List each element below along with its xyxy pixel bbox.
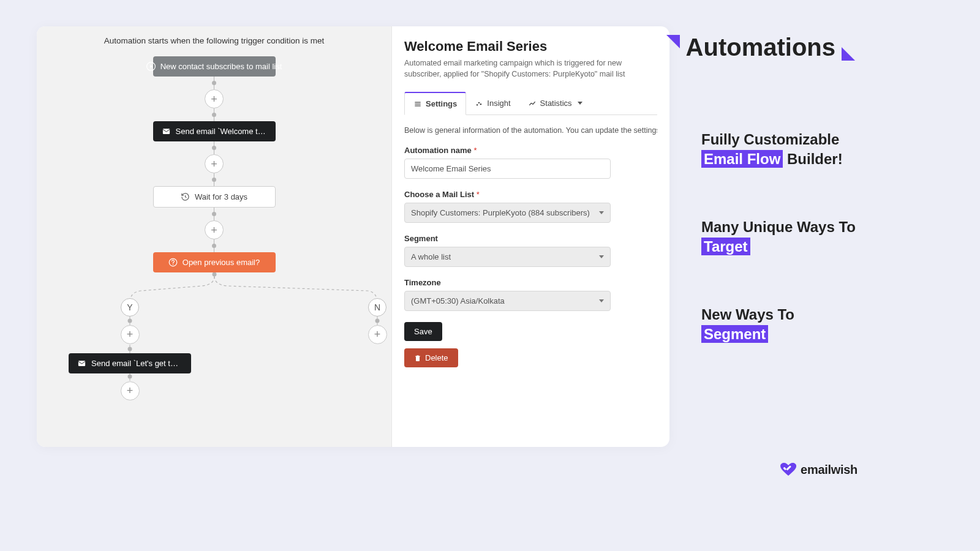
envelope-icon [77,359,86,368]
chevron-down-icon [578,102,582,105]
svg-point-8 [128,347,132,351]
label-mail-list: Choose a Mail List * [404,190,657,199]
chevron-down-icon [599,211,604,214]
logo-mark-icon [780,462,797,478]
svg-point-10 [128,375,132,379]
branch-yes[interactable]: Y [121,298,139,317]
triangle-icon [666,35,680,48]
svg-point-4 [213,272,217,277]
svg-point-12 [375,319,380,323]
trash-icon [414,354,421,362]
label-automation-name: Automation name * [404,146,657,155]
automation-description: Automated email marketing campaign which… [404,58,657,80]
flow-header: Automation starts when the following tri… [37,34,391,56]
svg-point-17 [477,104,478,105]
send-email-node[interactable]: Send email `Let's get the ship sail... [69,353,191,373]
svg-point-3 [173,264,174,265]
branch-container: Y + Send email `Let's get the ship sail.… [37,272,391,419]
svg-rect-1 [162,129,169,134]
chevron-down-icon [599,299,604,302]
timezone-select[interactable]: (GMT+05:30) Asia/Kolkata [404,291,611,311]
app-window: Automation starts when the following tri… [37,26,669,447]
tab-insight[interactable]: Insight [466,92,519,114]
settings-info: Below is general information of the auto… [404,126,657,135]
svg-point-19 [480,103,481,105]
tabs: Settings Insight Statistics [404,92,657,115]
condition-node[interactable]: Open previous email? [153,252,276,272]
add-step-button[interactable]: + [205,89,224,108]
segment-select[interactable]: A whole list [404,247,611,267]
flow-column: New contact subscribes to mail list + Se… [37,56,391,419]
play-circle-icon [146,62,156,71]
scatter-icon [475,99,483,108]
feature-item: New Ways To Segment [701,305,910,345]
menu-icon [413,100,422,108]
feature-item: Many Unique Ways To Target [701,217,910,257]
svg-rect-13 [78,361,85,366]
automation-title: Welcome Email Series [404,39,657,54]
tab-settings[interactable]: Settings [404,92,466,115]
feature-list: Fuilly Customizable Email Flow Builder! … [701,130,910,392]
label-segment: Segment [404,234,657,243]
send-email-node[interactable]: Send email `Welcome to club, {S... [153,121,276,141]
trigger-node[interactable]: New contact subscribes to mail list [153,56,276,77]
label-timezone: Timezone [404,278,657,287]
flow-builder-panel: Automation starts when the following tri… [37,26,392,447]
settings-panel: Welcome Email Series Automated email mar… [392,26,669,447]
add-step-button[interactable]: + [121,325,140,344]
triangle-icon [842,47,855,61]
mail-list-select[interactable]: Shopify Customers: PurpleKyoto (884 subs… [404,203,611,223]
add-step-button[interactable]: + [205,154,224,173]
automation-name-input[interactable] [404,159,611,179]
wait-node[interactable]: Wait for 3 days [153,186,276,208]
brand-logo: emailwish [780,462,858,478]
save-button[interactable]: Save [404,322,442,341]
chevron-down-icon [599,255,604,258]
feature-item: Fuilly Customizable Email Flow Builder! [701,130,910,170]
headline-text: Automations [686,34,835,61]
svg-point-6 [128,319,132,323]
add-step-button[interactable]: + [121,381,140,400]
add-step-button[interactable]: + [205,220,224,239]
delete-button[interactable]: Delete [404,348,458,367]
branch-lines [37,272,392,407]
envelope-icon [162,127,171,136]
history-icon [181,192,190,201]
chart-icon [528,99,537,108]
branch-no[interactable]: N [368,298,386,317]
svg-point-18 [478,102,480,103]
add-step-button[interactable]: + [368,325,387,344]
question-circle-icon [168,258,178,267]
headline: Automations [666,34,855,61]
tab-statistics[interactable]: Statistics [519,92,591,114]
